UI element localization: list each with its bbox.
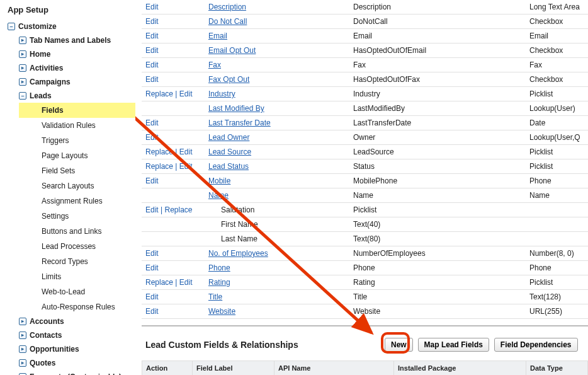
sidebar-item-fields[interactable]: Fields: [19, 103, 135, 118]
collapse-icon[interactable]: –: [8, 23, 15, 30]
sidebar-item-buttons-and-links[interactable]: Buttons and Links: [30, 224, 135, 239]
field-label-link[interactable]: Fax Opt Out: [208, 75, 249, 84]
field-type-cell: Lookup(User): [526, 101, 588, 116]
field-type-cell: Date: [526, 116, 588, 130]
edit-link[interactable]: Edit: [145, 17, 159, 26]
field-label-link[interactable]: Mobile: [208, 176, 230, 185]
field-label-cell: Lead Status: [205, 159, 349, 174]
field-row: EditTitleTitleText(128): [142, 290, 588, 304]
edit-link[interactable]: Edit: [145, 32, 159, 40]
sidebar-item-assignment-rules[interactable]: Assignment Rules: [30, 193, 135, 209]
action-cell: Edit: [142, 174, 205, 188]
expand-icon[interactable]: ▸: [19, 78, 26, 86]
sidebar-item-limits[interactable]: Limits: [30, 269, 135, 284]
sidebar-item-page-layouts[interactable]: Page Layouts: [30, 148, 135, 163]
tree-item-activities[interactable]: ▸Activities: [19, 61, 135, 75]
field-row: Last NameText(80): [142, 232, 588, 246]
sidebar-item-triggers[interactable]: Triggers: [30, 133, 135, 148]
field-label-link[interactable]: Lead Owner: [208, 133, 249, 142]
field-label-link[interactable]: Rating: [208, 278, 230, 287]
edit-link[interactable]: Edit: [145, 118, 159, 127]
field-api-cell: Description: [349, 0, 526, 14]
edit-link[interactable]: Edit: [179, 278, 193, 287]
col-installed-package: Installed Package: [394, 361, 526, 376]
tree-customize[interactable]: – Customize: [8, 20, 135, 33]
expand-icon[interactable]: ▸: [19, 318, 26, 325]
edit-link[interactable]: Edit: [145, 263, 159, 272]
field-label-link[interactable]: Name: [208, 191, 229, 200]
field-label-link[interactable]: Industry: [208, 89, 235, 98]
field-label-cell: Salutation: [205, 203, 349, 217]
field-api-cell: MobilePhone: [349, 174, 526, 188]
field-label-link[interactable]: Description: [208, 3, 246, 11]
edit-link[interactable]: Edit: [145, 307, 159, 316]
edit-link[interactable]: Edit: [145, 249, 159, 258]
field-label-link[interactable]: Email Opt Out: [208, 46, 256, 55]
sidebar-item-web-to-lead[interactable]: Web-to-Lead: [30, 284, 135, 299]
tree-item-accounts[interactable]: ▸Accounts: [19, 314, 135, 328]
action-cell: Edit: [142, 130, 205, 145]
tree-item-home[interactable]: ▸Home: [19, 47, 135, 61]
tree-item-contacts[interactable]: ▸Contacts: [19, 328, 135, 342]
tree-item-forecasts-customizable-[interactable]: ▸Forecasts (Customizable): [19, 370, 135, 375]
edit-link[interactable]: Edit: [145, 46, 159, 55]
field-label-link[interactable]: Lead Status: [208, 162, 249, 171]
tree-label: Quotes: [30, 357, 55, 369]
field-dependencies-button[interactable]: Field Dependencies: [494, 338, 578, 352]
field-label-link[interactable]: Lead Source: [208, 147, 251, 156]
map-lead-fields-button[interactable]: Map Lead Fields: [418, 338, 489, 352]
field-label-link[interactable]: Last Modified By: [208, 104, 264, 113]
sidebar-item-validation-rules[interactable]: Validation Rules: [30, 118, 135, 133]
expand-icon[interactable]: ▸: [19, 332, 26, 339]
replace-link[interactable]: Replace: [145, 278, 173, 287]
field-label-link[interactable]: Website: [208, 307, 235, 316]
edit-link[interactable]: Edit: [145, 75, 159, 84]
sidebar-item-field-sets[interactable]: Field Sets: [30, 163, 135, 178]
field-label-cell: Email Opt Out: [205, 43, 349, 58]
edit-link[interactable]: Edit: [145, 292, 159, 301]
tree-item-campaigns[interactable]: ▸Campaigns: [19, 75, 135, 89]
field-label-link[interactable]: Do Not Call: [208, 17, 247, 26]
replace-link[interactable]: Replace: [164, 205, 192, 214]
field-label-link[interactable]: Last Transfer Date: [208, 118, 271, 127]
expand-icon[interactable]: ▸: [19, 64, 26, 72]
replace-link[interactable]: Replace: [145, 162, 173, 171]
tree-item-tab-names-and-labels[interactable]: ▸Tab Names and Labels: [19, 33, 135, 47]
sidebar-item-settings[interactable]: Settings: [30, 209, 135, 224]
field-label-link[interactable]: Fax: [208, 61, 221, 69]
edit-link[interactable]: Edit: [179, 89, 193, 98]
action-cell: Edit: [142, 116, 205, 130]
field-api-cell: DoNotCall: [349, 14, 526, 29]
edit-link[interactable]: Edit: [179, 147, 193, 156]
sidebar-item-auto-response-rules[interactable]: Auto-Response Rules: [30, 299, 135, 314]
edit-link[interactable]: Edit: [145, 176, 159, 185]
edit-link[interactable]: Edit: [145, 3, 159, 11]
field-row: Edit | ReplaceSalutationPicklist: [142, 203, 588, 217]
sidebar-item-record-types[interactable]: Record Types: [30, 254, 135, 269]
expand-icon[interactable]: ▸: [19, 359, 26, 367]
field-label-link[interactable]: No. of Employees: [208, 249, 268, 258]
replace-link[interactable]: Replace: [145, 147, 173, 156]
collapse-icon[interactable]: –: [19, 92, 26, 100]
field-label-cell: Website: [205, 304, 349, 319]
field-label-link[interactable]: Phone: [208, 263, 230, 272]
edit-link[interactable]: Edit: [145, 61, 159, 69]
expand-icon[interactable]: ▸: [19, 50, 26, 58]
field-label-link[interactable]: Email: [208, 32, 227, 40]
edit-link[interactable]: Edit: [145, 133, 159, 142]
tree-item-opportunities[interactable]: ▸Opportunities: [19, 342, 135, 356]
field-label-link[interactable]: Title: [208, 292, 222, 301]
tree-item-quotes[interactable]: ▸Quotes: [19, 356, 135, 370]
expand-icon[interactable]: ▸: [19, 37, 26, 44]
sidebar-item-lead-processes[interactable]: Lead Processes: [30, 239, 135, 254]
edit-link[interactable]: Edit: [145, 205, 159, 214]
tree-item-leads[interactable]: –Leads: [19, 89, 135, 103]
expand-icon[interactable]: ▸: [19, 345, 26, 353]
field-api-cell: HasOptedOutOfFax: [349, 72, 526, 87]
new-button[interactable]: New: [385, 338, 413, 352]
field-api-cell: Text(40): [349, 217, 526, 232]
tree-label: Home: [30, 49, 50, 60]
replace-link[interactable]: Replace: [145, 89, 173, 98]
sidebar-item-search-layouts[interactable]: Search Layouts: [30, 178, 135, 193]
edit-link[interactable]: Edit: [179, 162, 193, 171]
